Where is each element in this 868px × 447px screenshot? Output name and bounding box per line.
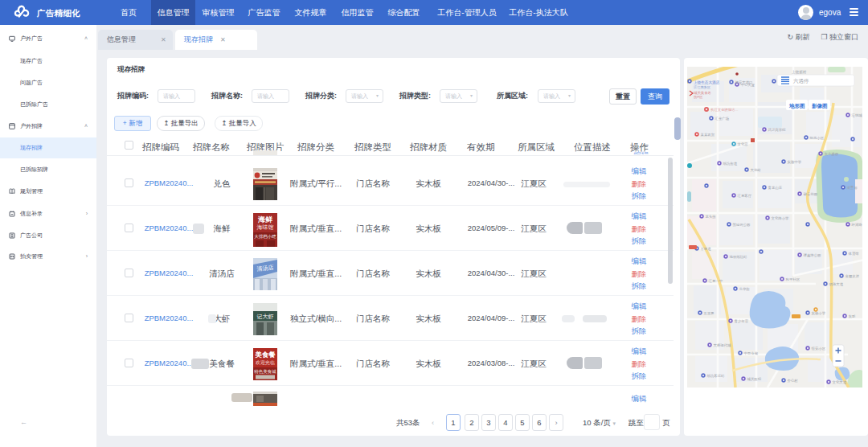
- svg-text:海味馆: 海味馆: [257, 224, 274, 231]
- svg-text:江夏客厅: 江夏客厅: [738, 194, 752, 198]
- svg-text:某某农贸: 某某农贸: [701, 133, 715, 137]
- svg-text:齐心村: 齐心村: [788, 378, 799, 383]
- svg-text:影像图: 影像图: [812, 103, 828, 109]
- svg-text:恒安小区: 恒安小区: [811, 347, 826, 351]
- svg-text:大排档小吃: 大排档小吃: [254, 234, 276, 240]
- svg-text:实验中学: 实验中学: [788, 160, 802, 164]
- svg-text:江夏一中: 江夏一中: [709, 279, 723, 283]
- svg-text:大花岭: 大花岭: [751, 168, 762, 172]
- svg-text:地形图: 地形图: [788, 103, 805, 109]
- svg-text:记大虾: 记大虾: [257, 314, 274, 319]
- svg-text:中百仓储: 中百仓储: [744, 351, 759, 355]
- svg-text:美食餐: 美食餐: [254, 351, 276, 359]
- svg-text:六遇停: 六遇停: [793, 78, 809, 84]
- svg-text:建安大道口: 建安大道口: [735, 80, 753, 84]
- svg-text:湖景居: 湖景居: [847, 186, 858, 190]
- svg-text:体育馆: 体育馆: [849, 252, 860, 256]
- svg-text:长江文创旗舰店...: 长江文创旗舰店...: [710, 108, 738, 112]
- svg-text:青少年宫: 青少年宫: [735, 319, 749, 323]
- svg-text:武汉商学院: 武汉商学院: [768, 128, 787, 132]
- svg-text:文化宫: 文化宫: [738, 141, 749, 146]
- svg-text:大桥现代城: 大桥现代城: [714, 343, 732, 347]
- svg-text:海鲜: 海鲜: [257, 215, 272, 224]
- svg-text:文化路小学: 文化路小学: [772, 215, 790, 220]
- svg-text:谭鑫培公园: 谭鑫培公园: [804, 253, 821, 257]
- svg-text:明珠大道: 明珠大道: [829, 282, 844, 286]
- svg-text:东郡: 东郡: [849, 314, 856, 318]
- svg-text:阳光小区: 阳光小区: [810, 136, 825, 140]
- svg-text:金樱水岸: 金樱水岸: [845, 274, 860, 278]
- svg-text:和平社区: 和平社区: [786, 277, 800, 281]
- svg-text:环湖路: 环湖路: [851, 223, 863, 227]
- svg-text:实验小学: 实验小学: [812, 311, 826, 315]
- svg-text:古驿道: 古驿道: [701, 247, 712, 251]
- svg-text:特色美食城: 特色美食城: [254, 369, 276, 375]
- svg-text:文化大道: 文化大道: [833, 379, 847, 384]
- svg-text:五里界: 五里界: [703, 311, 715, 315]
- svg-text:熊廷弼公园: 熊廷弼公园: [733, 223, 751, 227]
- svg-text:欢迎光临: 欢迎光临: [256, 359, 275, 366]
- svg-text:碧云花园: 碧云花园: [804, 192, 818, 196]
- svg-text:滨江商务区: 滨江商务区: [694, 85, 711, 89]
- svg-text:青龙山庄: 青龙山庄: [768, 186, 783, 190]
- svg-text:城关医院: 城关医院: [747, 377, 762, 381]
